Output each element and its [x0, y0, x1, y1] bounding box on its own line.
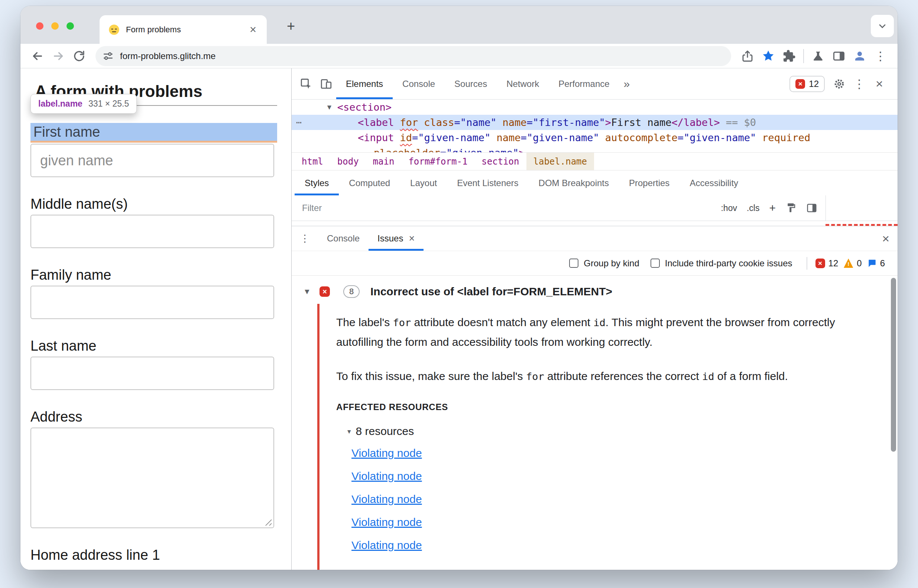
resources-triangle-icon[interactable]: ▾: [347, 427, 351, 436]
violating-node-link[interactable]: Violating node: [351, 539, 422, 551]
subtab-styles[interactable]: Styles: [294, 171, 339, 195]
forward-button[interactable]: [48, 47, 68, 66]
browser-menu-kebab-icon[interactable]: ⋮: [871, 47, 890, 66]
tab-console[interactable]: Console: [393, 68, 445, 99]
warning-count[interactable]: ! 0: [843, 258, 861, 268]
crumb-label-name[interactable]: label.name: [527, 153, 595, 170]
crumb-body[interactable]: body: [330, 153, 366, 170]
close-window-button[interactable]: [36, 22, 44, 30]
resources-summary[interactable]: ▾ 8 resources: [347, 425, 871, 438]
last-name-label: Last name: [31, 337, 291, 355]
address-label: Address: [31, 408, 291, 426]
profile-avatar-icon[interactable]: [850, 47, 870, 66]
sidebar-toggle-icon[interactable]: [806, 202, 817, 213]
subtab-dom-breakpoints[interactable]: DOM Breakpoints: [528, 171, 619, 195]
styles-side-pane: [826, 195, 897, 221]
more-tabs-icon[interactable]: »: [619, 78, 635, 90]
paint-format-icon[interactable]: [785, 202, 797, 213]
violating-node-link[interactable]: Violating node: [351, 516, 422, 528]
styles-filter-input[interactable]: [302, 203, 711, 213]
site-settings-icon[interactable]: [102, 50, 114, 62]
tab-elements[interactable]: Elements: [336, 68, 393, 99]
issues-tab-close-icon[interactable]: ×: [409, 234, 415, 244]
subtab-properties[interactable]: Properties: [619, 171, 679, 195]
tree-node-input-continued[interactable]: placeholder="given name">: [292, 145, 897, 152]
bookmark-star-icon[interactable]: [759, 47, 778, 66]
minimize-window-button[interactable]: [51, 22, 59, 30]
tab-close-icon[interactable]: ×: [248, 24, 258, 35]
toggle-class-button[interactable]: .cls: [747, 203, 760, 213]
address-textarea[interactable]: [31, 428, 274, 528]
third-party-cookie-checkbox[interactable]: [651, 258, 660, 268]
middle-name-input[interactable]: [31, 215, 274, 248]
labs-flask-icon[interactable]: [808, 47, 828, 66]
highlighted-first-name-label: First name: [31, 123, 277, 141]
extensions-puzzle-icon[interactable]: [779, 47, 799, 66]
new-tab-button[interactable]: +: [281, 16, 301, 36]
violating-node-link[interactable]: Violating node: [351, 493, 422, 505]
tab-search-chevron-button[interactable]: [871, 15, 894, 37]
window-content: A form with problems label.name 331 × 25…: [21, 68, 897, 570]
inspect-element-icon[interactable]: [296, 74, 316, 94]
subtab-event-listeners[interactable]: Event Listeners: [447, 171, 528, 195]
error-icon: ×: [795, 79, 805, 89]
tree-node-input[interactable]: <input id="given-name" name="given-name"…: [292, 130, 897, 145]
group-by-kind-checkbox[interactable]: [569, 258, 579, 268]
settings-gear-icon[interactable]: [829, 74, 849, 94]
device-toolbar-icon[interactable]: [316, 74, 336, 94]
list-item: Violating node: [351, 470, 871, 483]
scrollbar-thumb[interactable]: [891, 278, 896, 452]
issues-error-badge[interactable]: × 12: [789, 76, 825, 92]
tree-node-label-selected[interactable]: ⋯ <label for class="name" name="first-na…: [292, 115, 897, 130]
toggle-hover-state-button[interactable]: :hov: [721, 203, 737, 213]
side-panel-icon[interactable]: [829, 47, 849, 66]
subtab-accessibility[interactable]: Accessibility: [679, 171, 748, 195]
family-name-label: Family name: [31, 266, 291, 284]
family-name-input[interactable]: [31, 286, 274, 319]
styles-tab-bar: Styles Computed Layout Event Listeners D…: [292, 170, 897, 195]
last-name-input[interactable]: [31, 357, 274, 390]
violating-node-list: Violating node Violating node Violating …: [351, 447, 871, 552]
devtools-close-icon[interactable]: ×: [870, 74, 889, 94]
issues-toolbar: Group by kind Include third-party cookie…: [292, 251, 897, 276]
given-name-input[interactable]: [31, 144, 274, 177]
violating-node-link[interactable]: Violating node: [351, 470, 422, 482]
reload-button[interactable]: [69, 47, 89, 66]
drawer-menu-kebab-icon[interactable]: ⋮: [300, 234, 310, 244]
tab-network[interactable]: Network: [497, 68, 549, 99]
crumb-html[interactable]: html: [294, 153, 330, 170]
error-icon: ×: [815, 258, 825, 268]
drawer-close-icon[interactable]: ×: [882, 232, 889, 245]
devtools-menu-kebab-icon[interactable]: ⋮: [849, 74, 870, 94]
tooltip-selector: label.name: [38, 99, 82, 109]
back-button[interactable]: [28, 47, 47, 66]
drawer-tab-issues[interactable]: Issues ×: [368, 226, 423, 251]
zoom-window-button[interactable]: [66, 22, 74, 30]
toolbar-divider: [803, 49, 804, 63]
message-bubble-icon: [867, 258, 877, 268]
message-count[interactable]: 6: [867, 258, 885, 268]
browser-toolbar: form-problems.glitch.me ⋮: [21, 44, 897, 68]
violating-node-link[interactable]: Violating node: [351, 447, 422, 459]
tree-node-section[interactable]: ▼ <section>: [292, 100, 897, 115]
browser-tab[interactable]: Form problems ×: [100, 15, 267, 44]
drawer-tab-console[interactable]: Console: [318, 226, 368, 251]
list-item: Violating node: [351, 493, 871, 506]
crumb-form[interactable]: form#form-1: [401, 153, 474, 170]
crumb-main[interactable]: main: [366, 153, 402, 170]
drawer-tab-bar: ⋮ Console Issues × ×: [292, 226, 897, 251]
node-options-dots-icon[interactable]: ⋯: [296, 117, 301, 128]
error-count[interactable]: × 12: [815, 258, 839, 268]
new-style-rule-button[interactable]: +: [769, 202, 776, 214]
collapse-triangle-icon[interactable]: ▼: [303, 287, 320, 296]
tab-performance[interactable]: Performance: [549, 68, 619, 99]
address-bar[interactable]: form-problems.glitch.me: [95, 46, 731, 66]
subtab-layout[interactable]: Layout: [400, 171, 447, 195]
expand-triangle-icon[interactable]: ▼: [326, 103, 333, 111]
crumb-section[interactable]: section: [474, 153, 526, 170]
share-icon[interactable]: [738, 47, 757, 66]
tooltip-dimensions: 331 × 25.5: [89, 99, 129, 109]
subtab-computed[interactable]: Computed: [339, 171, 400, 195]
tab-sources[interactable]: Sources: [445, 68, 497, 99]
issue-header[interactable]: ▼ × 8 Incorrect use of <label for=FORM_E…: [303, 285, 897, 298]
